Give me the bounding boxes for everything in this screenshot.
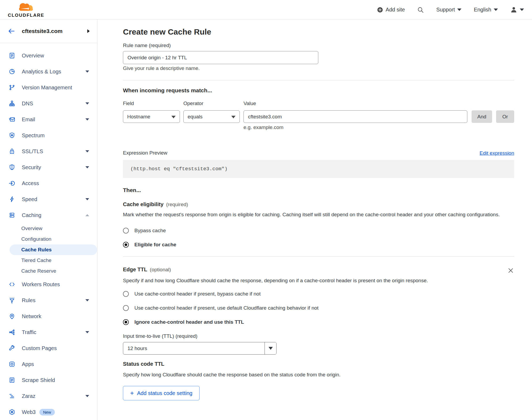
ttl-select-arrow[interactable] [265, 342, 276, 354]
shield-icon [8, 163, 16, 171]
sidebar-item-analytics-logs[interactable]: Analytics & Logs [0, 64, 97, 80]
sidebar-item-label: Rules [22, 297, 35, 303]
sidebar-item-spectrum[interactable]: Spectrum [0, 127, 97, 143]
chevron-right-icon [87, 29, 90, 33]
chevron-down-icon [85, 118, 89, 120]
status-code-ttl-heading: Status code TTL [123, 361, 164, 367]
sidebar-subitem-tiered-cache[interactable]: Tiered Cache [0, 255, 97, 266]
sidebar-item-workers-routes[interactable]: Workers Routes [0, 276, 97, 292]
cloudflare-logo[interactable]: CLOUDFLARE [5, 1, 47, 18]
location-pin-icon [8, 312, 16, 320]
edge-ttl-option-1-radio[interactable]: Use cache-control header if present, byp… [123, 291, 514, 297]
radio-selected-icon[interactable] [123, 319, 129, 325]
sidebar-item-label: Analytics & Logs [22, 69, 61, 75]
site-switcher[interactable]: cftestsite3.com [0, 19, 97, 43]
chevron-down-icon [85, 166, 89, 168]
and-button[interactable]: And [472, 110, 492, 123]
network-tree-icon [8, 99, 16, 107]
sidebar-item-caching[interactable]: Caching [0, 207, 97, 223]
site-name: cftestsite3.com [22, 28, 63, 34]
sidebar-item-version-management[interactable]: Version Management [0, 80, 97, 95]
sidebar-item-label: Workers Routes [22, 281, 60, 288]
add-site-label: Add site [386, 7, 405, 13]
sidebar-subitem-cache-rules[interactable]: Cache Rules [10, 244, 97, 255]
radio-unselected-icon[interactable] [123, 228, 129, 234]
sidebar-item-traffic[interactable]: Traffic [0, 324, 97, 340]
language-menu[interactable]: English [474, 7, 498, 13]
clipboard-icon [8, 52, 16, 60]
section-divider [123, 80, 514, 80]
sidebar-item-security[interactable]: Security [0, 159, 97, 175]
radio-unselected-icon[interactable] [123, 305, 129, 311]
add-status-code-button[interactable]: + Add status code setting [123, 386, 200, 400]
plus-circle-icon [377, 7, 383, 13]
pie-chart-icon [8, 68, 16, 76]
value-hint: e.g. example.com [123, 124, 514, 131]
edit-expression-link[interactable]: Edit expression [480, 150, 514, 156]
rule-name-hint: Give your rule a descriptive name. [123, 65, 514, 72]
subitem-label: Cache Rules [21, 247, 52, 253]
chevron-down-icon [85, 102, 89, 105]
caret-down-icon [520, 9, 524, 11]
sidebar-item-label: Apps [22, 361, 34, 367]
value-input[interactable] [244, 110, 467, 123]
caret-down-icon [457, 9, 461, 11]
sidebar-subitem-cache-reserve[interactable]: Cache Reserve [0, 266, 97, 276]
sidebar-item-label: Speed [22, 196, 37, 202]
add-site-button[interactable]: Add site [377, 7, 405, 13]
sidebar-item-ssl-tls[interactable]: SSL/TLS [0, 143, 97, 159]
subitem-label: Configuration [21, 236, 51, 242]
chevron-up-icon [85, 214, 89, 216]
funnel-icon [8, 296, 16, 304]
sidebar-item-rules[interactable]: Rules [0, 292, 97, 308]
cloudflare-cloud-icon [16, 1, 36, 12]
server-stack-icon [8, 211, 16, 219]
sidebar-item-access[interactable]: Access [0, 175, 97, 191]
plus-icon: + [130, 390, 134, 396]
back-arrow-icon[interactable] [7, 27, 15, 35]
sidebar-item-scrape-shield[interactable]: Scrape Shield [0, 372, 97, 388]
sidebar-item-apps[interactable]: Apps [0, 356, 97, 372]
page-title: Create new Cache Rule [123, 27, 514, 37]
or-button[interactable]: Or [496, 110, 514, 123]
caret-down-icon [269, 347, 273, 350]
account-menu[interactable] [510, 6, 524, 13]
padlock-icon [8, 147, 16, 155]
sidebar-item-web3[interactable]: Web3 New [0, 404, 97, 420]
edge-ttl-option-2-radio[interactable]: Use cache-control header if present, use… [123, 305, 514, 311]
search-button[interactable] [417, 6, 424, 13]
sidebar-item-label: Overview [22, 53, 44, 59]
hexagon-snowflake-icon [8, 408, 16, 416]
stacked-bars-icon [8, 392, 16, 400]
app-box-icon [8, 360, 16, 368]
shield-asterisk-icon [8, 131, 16, 139]
close-icon[interactable] [507, 267, 514, 274]
sidebar-item-overview[interactable]: Overview [0, 48, 97, 64]
share-nodes-icon [8, 328, 16, 336]
sidebar-subitem-overview[interactable]: Overview [0, 223, 97, 234]
sidebar-item-speed[interactable]: Speed [0, 191, 97, 207]
bypass-cache-radio[interactable]: Bypass cache [123, 228, 514, 234]
sidebar-subitem-configuration[interactable]: Configuration [0, 234, 97, 244]
edge-ttl-optional-tag: (optional) [150, 267, 171, 272]
radio-label: Use cache-control header if present, use… [134, 305, 319, 311]
sidebar-item-zaraz[interactable]: Zaraz [0, 388, 97, 404]
sidebar-item-label: Custom Pages [22, 345, 57, 351]
sidebar-item-label: Network [22, 313, 41, 319]
rule-name-input[interactable] [123, 51, 318, 64]
ttl-select[interactable]: 12 hours [123, 342, 277, 355]
eligible-for-cache-radio[interactable]: Eligible for cache [123, 242, 514, 248]
field-select[interactable]: Hostname [123, 110, 180, 123]
main-content: Create new Cache Rule Rule name (require… [98, 19, 532, 420]
sidebar-item-custom-pages[interactable]: Custom Pages [0, 340, 97, 356]
sidebar-item-dns[interactable]: DNS [0, 95, 97, 111]
sidebar-nav: Overview Analytics & Logs Version Manage… [0, 43, 97, 420]
operator-select[interactable]: equals [183, 110, 240, 123]
sidebar-item-network[interactable]: Network [0, 308, 97, 324]
radio-selected-icon[interactable] [123, 242, 129, 248]
cache-eligibility-heading: Cache eligibility [123, 201, 163, 207]
radio-unselected-icon[interactable] [123, 291, 129, 297]
support-menu[interactable]: Support [436, 7, 461, 13]
sidebar-item-email[interactable]: Email [0, 111, 97, 127]
edge-ttl-option-3-radio[interactable]: Ignore cache-control header and use this… [123, 319, 514, 325]
